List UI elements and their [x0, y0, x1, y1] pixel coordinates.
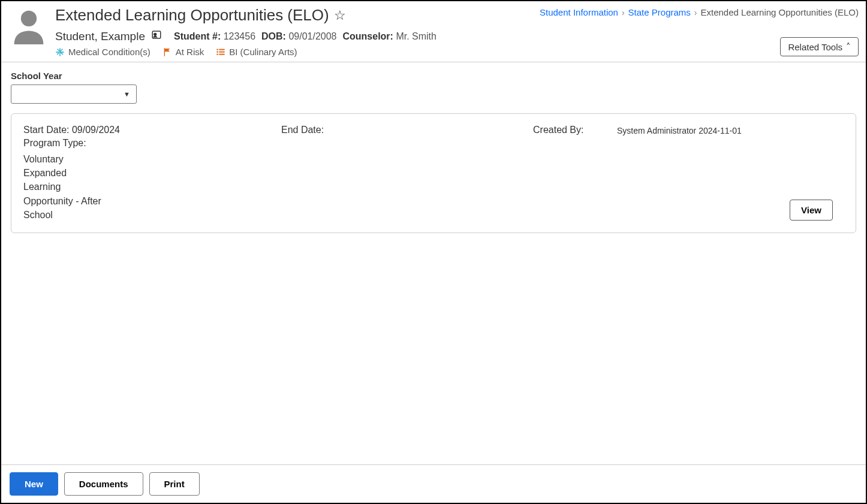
breadcrumb-link-student-info[interactable]: Student Information — [540, 7, 618, 17]
student-number-label: Student #: — [174, 31, 221, 41]
flag-medical[interactable]: Medical Condition(s) — [55, 47, 150, 57]
flag-icon — [162, 47, 172, 57]
asterisk-icon — [55, 47, 65, 57]
related-tools-button[interactable]: Related Tools ˄ — [780, 37, 859, 56]
dob-value: 09/01/2008 — [288, 31, 336, 41]
flag-medical-label: Medical Condition(s) — [68, 47, 150, 57]
created-by-value: System Administrator 2024-11-01 — [617, 125, 844, 135]
start-date-value: 09/09/2024 — [72, 125, 120, 135]
student-name: Student, Example — [55, 30, 145, 43]
breadcrumb-link-state-programs[interactable]: State Programs — [628, 7, 691, 17]
view-button[interactable]: View — [790, 200, 833, 221]
page-title: Extended Learning Opportunities (ELO) — [55, 6, 329, 25]
svg-rect-3 — [217, 49, 219, 50]
counselor-label: Counselor: — [342, 31, 393, 41]
school-year-select[interactable] — [11, 84, 137, 104]
svg-rect-5 — [217, 51, 219, 52]
filter-bar: School Year — [1, 62, 866, 110]
contact-card-icon[interactable] — [151, 29, 162, 43]
related-tools-label: Related Tools — [788, 42, 842, 52]
svg-rect-7 — [217, 53, 219, 55]
student-number-value: 123456 — [224, 31, 255, 41]
footer-toolbar: New Documents Print — [1, 464, 866, 503]
list-icon — [216, 47, 225, 57]
flag-at-risk[interactable]: At Risk — [162, 47, 204, 57]
flag-bi[interactable]: BI (Culinary Arts) — [216, 47, 297, 57]
documents-button[interactable]: Documents — [64, 472, 143, 496]
chevron-right-icon: › — [622, 8, 625, 17]
svg-rect-8 — [219, 53, 225, 55]
created-by-label: Created By: — [533, 125, 583, 135]
chevron-up-icon: ˄ — [846, 41, 851, 52]
new-button[interactable]: New — [10, 472, 58, 496]
start-date-label: Start Date: — [23, 125, 69, 135]
counselor-value: Mr. Smith — [396, 31, 436, 41]
breadcrumb: Student Information › State Programs › E… — [540, 7, 859, 17]
record-card: Start Date: 09/09/2024 Program Type: Vol… — [11, 113, 856, 233]
program-type-label: Program Type: — [23, 138, 86, 148]
school-year-label: School Year — [11, 71, 856, 81]
print-button[interactable]: Print — [149, 472, 200, 496]
flag-at-risk-label: At Risk — [176, 47, 204, 57]
svg-rect-6 — [219, 51, 225, 52]
svg-rect-4 — [219, 49, 225, 50]
breadcrumb-current: Extended Learning Opportunities (ELO) — [701, 7, 859, 17]
chevron-right-icon: › — [694, 8, 697, 17]
avatar — [10, 6, 48, 44]
svg-point-0 — [21, 11, 37, 26]
svg-point-2 — [154, 33, 156, 35]
favorite-star-icon[interactable]: ☆ — [334, 8, 346, 23]
dob-label: DOB: — [261, 31, 286, 41]
end-date-label: End Date: — [281, 125, 324, 135]
program-type-value: Voluntary Expanded Learning Opportunity … — [23, 152, 101, 222]
flag-bi-label: BI (Culinary Arts) — [229, 47, 297, 57]
